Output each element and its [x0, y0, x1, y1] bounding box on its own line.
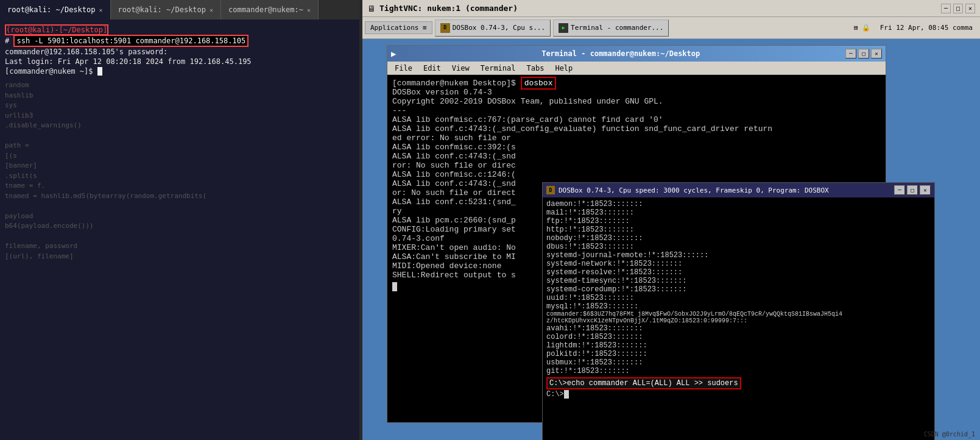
- dosbox-line-polkitd: polkitd:!*:18523:::::::: [546, 350, 931, 358]
- dosbox-line-dbus: dbus:!*:18523:::::::: [546, 243, 931, 251]
- vnc-maximize-btn[interactable]: □: [953, 4, 963, 13]
- copyright-line: Copyright 2002-2019 DOSBox Team, publish…: [392, 97, 881, 106]
- dosbox-window-controls: ─ □ ✕: [894, 185, 931, 195]
- commander-terminal-controls: ─ □ ✕: [845, 49, 882, 59]
- prompt-highlight: (root@kali)-[~/Desktop]: [5, 24, 108, 35]
- dim-line-5: .disable_warnings(): [5, 121, 358, 131]
- dosbox-line-colord: colord:!*:18523:::::::: [546, 333, 931, 341]
- xfce-taskbar: Applications ≡ D DOSBox 0.74-3, Cpu s...…: [362, 17, 980, 39]
- menu-terminal[interactable]: Terminal: [476, 63, 521, 74]
- dosbox-prompt-line: C:\>: [546, 390, 931, 399]
- menu-tabs[interactable]: Tabs: [522, 63, 549, 74]
- commander-prompt-text: [commander@nukem Desktop]$: [392, 79, 521, 88]
- menu-help[interactable]: Help: [550, 63, 577, 74]
- taskbar-clock: Fri 12 Apr, 08:45 comma: [875, 24, 978, 32]
- vnc-title-left: 🖥 TightVNC: nukem:1 (commander): [367, 4, 518, 13]
- dosbox-window: D DOSBox 0.74-3, Cpu speed: 3000 cycles,…: [542, 182, 935, 440]
- dosbox-command: dosbox: [521, 77, 557, 90]
- dosbox-line-mail: mail:!*:18523:::::::: [546, 208, 931, 217]
- last-login: Last login: Fri Apr 12 08:20:18 2024 fro…: [5, 57, 358, 66]
- dim-line-3: sys: [5, 101, 358, 111]
- dosbox-maximize-btn[interactable]: □: [907, 185, 918, 195]
- commander-first-line: [commander@nukem Desktop]$ dosbox: [392, 79, 881, 88]
- dosbox-body[interactable]: daemon:!*:18523::::::: mail:!*:18523::::…: [543, 197, 934, 440]
- applications-button[interactable]: Applications ≡: [365, 21, 432, 34]
- dosbox-title-left: D DOSBox 0.74-3, Cpu speed: 3000 cycles,…: [546, 186, 829, 194]
- left-terminal-body: (root@kali)-[~/Desktop] # ssh -L 5901:lo…: [0, 20, 362, 440]
- dosbox-line-avahi: avahi:!*:18523::::::::: [546, 324, 931, 333]
- dosbox-line-commander: commander:$6$3UZ7hq78FMt j8Mvq$FwO/SobxJ…: [546, 311, 931, 318]
- menu-edit[interactable]: Edit: [418, 63, 446, 74]
- dosbox-taskbar-item[interactable]: D DOSBox 0.74-3, Cpu s...: [435, 20, 551, 37]
- commander-close-btn[interactable]: ✕: [871, 49, 882, 59]
- dosbox-echo-command: C:\>echo commander ALL=(ALL) ALL >> sudo…: [546, 377, 741, 389]
- dim-line-2: hashlib: [5, 91, 358, 101]
- commander-maximize-btn[interactable]: □: [858, 49, 869, 59]
- vnc-panel: 🖥 TightVNC: nukem:1 (commander) ─ □ ✕ Ap…: [362, 0, 980, 440]
- taskbar-right-area: ⊞ 🔒 Fri 12 Apr, 08:45 comma: [854, 24, 978, 32]
- dosbox-minimize-btn[interactable]: ─: [894, 185, 905, 195]
- tab-1-label: root@kali: ~/Desktop: [7, 5, 96, 14]
- dosbox-line-nobody: nobody:!*:18523:::::::: [546, 234, 931, 243]
- lock-icon[interactable]: 🔒: [862, 24, 870, 32]
- layout-icon: ⊞: [854, 24, 858, 32]
- commander-menu-bar: File Edit View Terminal Tabs Help: [387, 62, 886, 75]
- xfce-desktop: ▶ Terminal - commander@nukem:~/Desktop ─…: [362, 39, 980, 440]
- dosbox-line-systemd-timesync: systemd-timesync:!*:18523:::::::: [546, 277, 931, 285]
- dosbox-close-btn[interactable]: ✕: [920, 185, 931, 195]
- dosbox-line-http: http:!*:18523:::::::: [546, 225, 931, 234]
- dim-line-7: [(s: [5, 151, 358, 161]
- dosbox-cursor: [564, 390, 569, 399]
- terminal-taskbar-item[interactable]: ▶ Terminal - commander...: [553, 20, 669, 37]
- vnc-icon: 🖥: [367, 4, 376, 13]
- dosbox-line-mysql: mysql:!*:18523:::::::: [546, 302, 931, 311]
- dosbox-line-systemd-resolve: systemd-resolve:!*:18523:::::::: [546, 268, 931, 277]
- commander-minimize-btn[interactable]: ─: [845, 49, 856, 59]
- ssh-command: ssh -L 5901:localhost:5901 commander@192…: [13, 35, 249, 47]
- commander-terminal-titlebar: ▶ Terminal - commander@nukem:~/Desktop ─…: [387, 46, 886, 62]
- dosbox-taskbar-label: DOSBox 0.74-3, Cpu s...: [453, 24, 545, 32]
- dosbox-icon: D: [546, 186, 555, 194]
- dosbox-version-line: DOSBox version 0.74-3: [392, 88, 881, 97]
- tab-1[interactable]: root@kali: ~/Desktop ✕: [0, 0, 111, 20]
- tab-2[interactable]: root@kali: ~/Desktop ✕: [111, 0, 222, 20]
- tab-2-close[interactable]: ✕: [210, 7, 213, 13]
- alsa-line-2: ALSA lib conf.c:4743:(_snd_config_evalua…: [392, 124, 881, 133]
- alsa-line-7: ALSA lib confmisc.c:1246:(: [392, 170, 881, 179]
- tab-bar: root@kali: ~/Desktop ✕ root@kali: ~/Desk…: [0, 0, 362, 20]
- commander-prompt: [commander@nukem ~]$: [5, 67, 358, 76]
- alsa-line-1: ALSA lib confmisc.c:767:(parse_card) can…: [392, 115, 881, 124]
- dosbox-line-usbmux: usbmux:!*:18523:::::::: [546, 358, 931, 367]
- dosbox-line-git: git:!*:18523:::::::: [546, 367, 931, 375]
- dosbox-taskbar-icon: D: [440, 23, 450, 33]
- tab-1-close[interactable]: ✕: [99, 7, 103, 13]
- watermark: CSDN @0rchid_1: [924, 431, 975, 438]
- dim-line-4: urllib3: [5, 111, 358, 121]
- vnc-window-controls: ─ □ ✕: [941, 4, 975, 13]
- dim-line-10: tname = f.: [5, 181, 358, 191]
- menu-view[interactable]: View: [447, 63, 474, 74]
- vnc-minimize-btn[interactable]: ─: [941, 4, 951, 13]
- vnc-close-btn[interactable]: ✕: [965, 4, 975, 13]
- menu-file[interactable]: File: [390, 63, 417, 74]
- tab-3-close[interactable]: ✕: [307, 7, 311, 13]
- tab-3[interactable]: commander@nukem:~ ✕: [221, 0, 319, 20]
- alsa-line-4: ALSA lib confmisc.c:392:(s: [392, 143, 881, 152]
- terminal-taskbar-icon: ▶: [559, 23, 568, 33]
- dim-line-8: [banner]: [5, 161, 358, 171]
- separator-line: ---: [392, 106, 881, 115]
- dosbox-titlebar: D DOSBox 0.74-3, Cpu speed: 3000 cycles,…: [543, 183, 934, 197]
- commander-terminal-icon: ▶: [391, 49, 396, 59]
- tab-3-label: commander@nukem:~: [228, 5, 303, 14]
- hash-prompt: #: [5, 37, 13, 45]
- taskbar-system-icons: ⊞ 🔒: [854, 24, 870, 32]
- dim-line-9: .split(s: [5, 171, 358, 182]
- dim-line-1: random: [5, 80, 358, 91]
- dim-line-12: payload: [5, 211, 358, 222]
- alsa-line-6: ror: No such file or direc: [392, 161, 881, 170]
- dosbox-line-uuid: uuid:!*:18523:::::::: [546, 294, 931, 302]
- dosbox-title-text: DOSBox 0.74-3, Cpu speed: 3000 cycles, F…: [559, 186, 829, 194]
- vnc-title-text: TightVNC: nukem:1 (commander): [379, 4, 518, 13]
- alsa-line-3: ed error: No such file or: [392, 133, 881, 143]
- dim-line-6: path =: [5, 141, 358, 151]
